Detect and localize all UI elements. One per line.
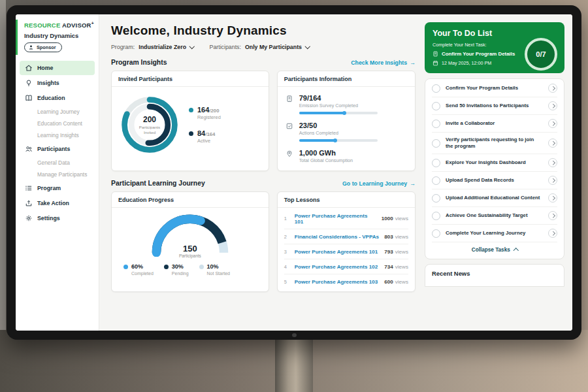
checkbox-circle-icon[interactable] (432, 176, 440, 185)
stat-global-consumption: 1,000 GWh Total Global Consumption (286, 149, 407, 163)
sidebar-header: RESOURCE ADVISOR+ Industry Dynamics Spon… (16, 20, 99, 55)
checkbox-circle-icon[interactable] (432, 159, 440, 167)
active-value: 84 (197, 129, 205, 137)
sidebar-item-settings[interactable]: Settings (20, 211, 95, 225)
collapse-tasks-label: Collapse Tasks (472, 247, 510, 253)
active-label: Active (197, 138, 215, 144)
sidebar-item-participants[interactable]: Participants (20, 142, 95, 156)
task-row-invite-collaborator[interactable]: Invite a Collaborator (432, 115, 557, 133)
sidebar-item-insights[interactable]: Insights (20, 76, 95, 90)
actions-completed-progressbar (299, 139, 378, 142)
lesson-link[interactable]: Power Purchase Agreements 102 (295, 264, 380, 270)
sidebar-nav: Home Insights Education Learning Journey… (16, 61, 99, 225)
todo-progress-ring: 0/7 (525, 38, 557, 71)
sidebar-item-label: Insights (37, 80, 59, 86)
task-open-button[interactable] (548, 101, 557, 110)
invited-card-body: 200 Participants Invited 164/200 Registe (112, 87, 269, 164)
participants-icon (25, 145, 33, 153)
task-row-achieve-sustainability-target[interactable]: Achieve One Sustainability Target (432, 207, 557, 225)
sidebar-item-learning-insights[interactable]: Learning Insights (20, 129, 95, 141)
collapse-tasks-button[interactable]: Collapse Tasks (432, 242, 557, 258)
stat-content: 1,000 GWh Total Global Consumption (299, 149, 353, 163)
monitor-bezel: RESOURCE ADVISOR+ Industry Dynamics Spon… (7, 5, 581, 340)
legend-item-pending: 30% Pending (164, 263, 189, 276)
task-open-button[interactable] (548, 158, 557, 167)
logo-plus: + (91, 21, 94, 25)
learning-journey-cards: Education Progress 150 Parti (111, 191, 416, 292)
task-row-send-invitations[interactable]: Send 50 Invitations to Participants (432, 97, 557, 115)
sidebar-item-manage-participants[interactable]: Manage Participants (20, 169, 95, 180)
task-row-explore-insights[interactable]: Explore Your Insights Dashboard (432, 154, 557, 172)
sidebar-item-take-action[interactable]: Take Action (20, 196, 95, 210)
arrow-right-icon: → (410, 59, 416, 66)
task-open-button[interactable] (548, 211, 557, 220)
lesson-link[interactable]: Power Purchase Agreements 101 (295, 213, 376, 225)
checkbox-circle-icon[interactable] (432, 120, 440, 128)
check-more-insights-label: Check More Insights (351, 59, 407, 66)
sponsor-badge-label: Sponsor (37, 44, 56, 50)
lesson-link[interactable]: Financial Considerations - VPPAs (295, 234, 380, 240)
check-more-insights-link[interactable]: Check More Insights → (351, 59, 416, 66)
sidebar-item-education[interactable]: Education (20, 91, 95, 105)
chevron-right-icon (551, 141, 555, 145)
task-label: Explore Your Insights Dashboard (446, 159, 543, 166)
task-row-upload-educational-content[interactable]: Upload Additional Educational Content (432, 189, 557, 207)
lesson-link[interactable]: Power Purchase Agreements 103 (295, 279, 380, 285)
sidebar-item-label: Program (37, 185, 61, 191)
todo-due-label: 12 May 2025, 12:00 PM (442, 60, 491, 66)
not-started-label: Not Started (207, 271, 230, 276)
lesson-row: 1 Power Purchase Agreements 101 1000view… (284, 208, 408, 229)
todo-next-task-label: Confirm Your Program Details (442, 51, 515, 57)
pending-value: 30% (172, 263, 184, 270)
active-total: /164 (205, 131, 215, 137)
donut-center-value: 200 (143, 115, 156, 124)
checkbox-circle-icon[interactable] (432, 212, 440, 220)
invited-participants-card: Invited Participants 200 (111, 71, 269, 171)
checkbox-circle-icon[interactable] (432, 102, 440, 110)
checkbox-circle-icon[interactable] (432, 194, 440, 203)
checkbox-circle-icon[interactable] (432, 229, 440, 238)
invited-legend: 164/200 Registered 84/164 Active (189, 106, 221, 144)
org-name: Industry Dynamics (24, 33, 95, 39)
task-row-upload-spend-data[interactable]: Upload Spend Data Records (432, 172, 557, 189)
task-row-verify-participants[interactable]: Verify participants requesting to join t… (432, 133, 557, 154)
participants-select[interactable]: Only My Participants (245, 44, 310, 50)
sidebar-item-education-content[interactable]: Education Content (20, 118, 95, 129)
logo-primary: RESOURCE (24, 22, 60, 29)
task-row-confirm-program[interactable]: Confirm Your Program Details (432, 80, 557, 97)
checkbox-circle-icon[interactable] (432, 139, 440, 148)
checkbox-circle-icon[interactable] (432, 84, 440, 93)
emission-survey-value: 79/164 (299, 94, 378, 102)
views-suffix: views (395, 264, 408, 270)
go-to-learning-journey-link[interactable]: Go to Learning Journey → (342, 180, 416, 187)
task-open-button[interactable] (548, 139, 557, 148)
legend-text: 164/200 Registered (197, 106, 221, 120)
sidebar-item-learning-journey[interactable]: Learning Journey (20, 106, 95, 118)
sidebar-item-program[interactable]: Program (20, 181, 95, 195)
task-open-button[interactable] (548, 84, 557, 93)
donut-center: 200 Participants Invited (118, 93, 181, 156)
task-open-button[interactable] (548, 193, 557, 203)
program-insights-cards: Invited Participants 200 (111, 71, 416, 171)
views-value: 793 (384, 249, 393, 255)
program-select[interactable]: Industrialize Zero (139, 44, 193, 50)
task-open-button[interactable] (548, 176, 557, 185)
lesson-rank: 2 (284, 234, 289, 240)
sidebar-item-home[interactable]: Home (20, 61, 95, 75)
program-insights-title: Program Insights (111, 59, 167, 66)
registered-total: /200 (209, 108, 219, 114)
views-value: 600 (384, 279, 393, 285)
lesson-link[interactable]: Power Purchase Agreements 101 (295, 249, 380, 255)
task-open-button[interactable] (548, 119, 557, 128)
top-lessons-list: 1 Power Purchase Agreements 101 1000view… (278, 208, 415, 291)
lesson-rank: 1 (284, 216, 289, 221)
go-to-learning-journey-label: Go to Learning Journey (342, 180, 407, 187)
program-select-value: Industrialize Zero (139, 44, 186, 50)
sidebar-item-label: Participants (37, 146, 70, 152)
invited-donut-chart: 200 Participants Invited (118, 93, 181, 156)
sidebar-item-general-data[interactable]: General Data (20, 157, 95, 169)
program-filter: Program: Industrialize Zero (111, 44, 194, 50)
task-row-complete-learning-journey[interactable]: Complete Your Learning Journey (432, 225, 557, 242)
task-open-button[interactable] (548, 229, 557, 238)
program-filter-label: Program: (111, 44, 135, 50)
